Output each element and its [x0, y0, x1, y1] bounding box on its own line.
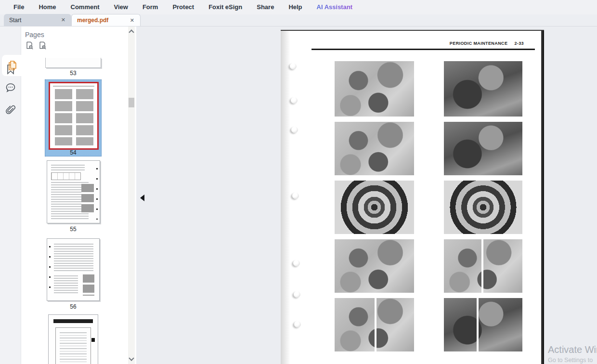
thumbnail-label-54: 54: [45, 149, 101, 156]
page-binder-edge: [281, 31, 291, 364]
thumb-56-text-lines-2: [54, 275, 78, 295]
navigation-sidebar: [0, 26, 21, 364]
binder-hole: [291, 97, 298, 104]
figure-rear-brake-shock-pair-photo: [444, 298, 522, 351]
windows-activation-watermark: Activate Windows Go to Settings to: [548, 344, 597, 364]
figure-handlebar-controls-photo: [444, 61, 522, 117]
maintenance-photo-grid: [335, 61, 522, 351]
pdf-page-54: PERIODIC MAINTENANCE2-33: [281, 30, 544, 364]
thumb-54-header-rule: [53, 86, 94, 87]
figure-handlebar-top-view-photo: [335, 61, 414, 117]
thumb-56-text-lines: [54, 244, 93, 272]
thumbnail-page-56[interactable]: [47, 238, 100, 301]
thumb-57-binder-dot: [91, 338, 95, 342]
tab-bar: Start ✕ merged.pdf ✕: [0, 14, 597, 26]
menu-foxit-esign[interactable]: Foxit eSign: [201, 0, 249, 14]
tab-merged-pdf[interactable]: merged.pdf ✕: [71, 14, 141, 26]
thumbnail-label-53: 53: [45, 70, 101, 77]
thumbnail-zoom-out-icon[interactable]: [25, 40, 34, 50]
thumbnail-page-54-selected[interactable]: [45, 79, 102, 156]
figure-engine-side-pair-photo: [444, 239, 522, 293]
document-view: PERIODIC MAINTENANCE2-33 Activate Window…: [136, 26, 597, 364]
thumbnail-page-54-preview: [49, 82, 99, 150]
thumb-54-photo-grid: [55, 89, 93, 145]
page-header-number: 2-33: [514, 41, 524, 46]
menu-form[interactable]: Form: [135, 0, 166, 14]
menu-comment[interactable]: Comment: [64, 0, 107, 14]
thumbnail-zoom-in-icon[interactable]: [38, 40, 47, 50]
figure-swingarm-pivot-pair-photo: [335, 298, 414, 351]
thumb-57-chapter-bar: [53, 319, 93, 323]
binder-hole: [292, 193, 299, 199]
tab-start[interactable]: Start ✕: [4, 14, 71, 26]
binder-hole: [294, 291, 300, 298]
thumb-56-binder-dots: [49, 242, 51, 297]
thumbnail-page-57[interactable]: [48, 314, 98, 364]
close-icon[interactable]: ✕: [60, 16, 67, 24]
figure-radiator-front-photo: [444, 122, 522, 175]
thumb-55-images: [81, 184, 94, 213]
pages-panel-toolbar: [21, 40, 136, 50]
binder-hole: [294, 321, 301, 327]
figure-cockpit-steering-stem-photo: [335, 122, 414, 175]
thumb-55-heading-lines: [51, 165, 85, 170]
tab-merged-pdf-label: merged.pdf: [77, 17, 108, 24]
page-header-title: PERIODIC MAINTENANCE: [450, 41, 508, 46]
comments-icon[interactable]: [5, 82, 16, 93]
figure-front-wheel-right-photo: [444, 181, 522, 234]
scroll-down-icon[interactable]: [129, 355, 134, 361]
scroll-up-icon[interactable]: [129, 29, 134, 35]
attachments-icon[interactable]: [5, 104, 16, 116]
thumb-56-images: [83, 274, 94, 296]
close-icon[interactable]: ✕: [129, 16, 136, 25]
menu-file[interactable]: File: [6, 0, 31, 14]
scrollbar-thumb[interactable]: [129, 98, 134, 107]
page-header-rule: [311, 49, 535, 50]
pages-panel: Pages 53: [21, 26, 136, 364]
thumbnail-page-53[interactable]: [45, 58, 101, 68]
thumb-57-toc-box: [55, 327, 91, 364]
tab-start-label: Start: [9, 17, 21, 24]
panel-collapse-icon[interactable]: [137, 195, 144, 201]
thumb-55-spec-table: [51, 172, 81, 180]
binder-hole: [291, 127, 298, 133]
pages-panel-icon[interactable]: [7, 60, 18, 71]
thumbnail-label-56: 56: [45, 303, 101, 310]
binder-hole: [290, 63, 297, 69]
menu-bar: File Home Comment View Form Protect Foxi…: [0, 0, 597, 14]
menu-view[interactable]: View: [106, 0, 135, 14]
figure-front-wheel-left-photo: [335, 181, 414, 234]
pages-panel-title: Pages: [21, 26, 136, 40]
thumbnail-scrollbar[interactable]: [128, 26, 135, 364]
menu-ai-assistant[interactable]: AI Assistant: [310, 0, 360, 14]
watermark-line1: Activate Windows: [548, 344, 597, 355]
thumbnail-label-55: 55: [45, 226, 101, 233]
thumbnail-page-55[interactable]: [47, 160, 100, 223]
page-header: PERIODIC MAINTENANCE2-33: [450, 41, 524, 46]
figure-front-brake-caliper-photo: [335, 239, 414, 293]
menu-help[interactable]: Help: [281, 0, 309, 14]
watermark-line2: Go to Settings to: [548, 357, 597, 364]
menu-share[interactable]: Share: [249, 0, 281, 14]
thumb-55-binder-dots: [96, 164, 98, 220]
menu-home[interactable]: Home: [31, 0, 63, 14]
binder-hole: [293, 260, 300, 266]
menu-protect[interactable]: Protect: [165, 0, 201, 14]
page-scan-edge: [541, 31, 544, 364]
